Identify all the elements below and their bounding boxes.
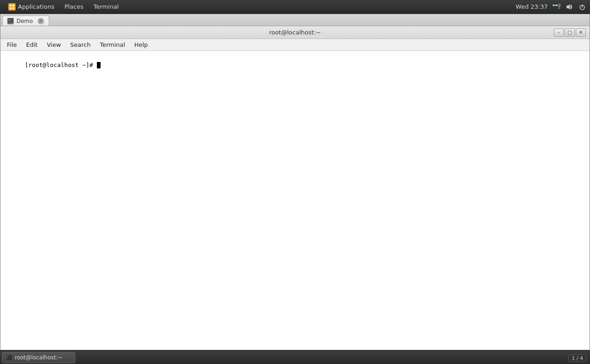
terminal-prompt-line: [root@localhost ~]# <box>3 53 587 78</box>
datetime-display: Wed 23:37 <box>516 3 548 10</box>
menu-search[interactable]: Search <box>66 40 96 50</box>
menu-bar: File Edit View Search Terminal Help <box>0 39 590 51</box>
svg-rect-16 <box>8 20 10 21</box>
tab-label: Demo <box>17 18 33 24</box>
places-label: Places <box>64 3 83 10</box>
tab-icon <box>7 18 14 24</box>
menu-edit[interactable]: Edit <box>22 40 42 50</box>
tab-bar: Demo ✕ <box>0 14 590 26</box>
menu-file[interactable]: File <box>2 40 22 50</box>
panel-left: Applications Places Terminal <box>4 2 124 12</box>
taskbar: root@localhost:~ 1 / 4 <box>0 350 590 364</box>
tab-close-button[interactable]: ✕ <box>38 18 44 24</box>
menu-help[interactable]: Help <box>129 40 152 50</box>
applications-label: Applications <box>18 3 54 10</box>
terminal-prompt: [root@localhost ~]# <box>25 62 97 68</box>
network-icon[interactable] <box>552 3 561 11</box>
svg-marker-11 <box>567 4 570 10</box>
terminal-menu[interactable]: Terminal <box>89 2 124 11</box>
close-button[interactable]: ✕ <box>576 28 586 37</box>
menu-terminal[interactable]: Terminal <box>95 40 129 50</box>
taskbar-item-label: root@localhost:~ <box>15 354 62 361</box>
menu-view[interactable]: View <box>42 40 66 50</box>
svg-rect-19 <box>7 357 8 357</box>
svg-rect-8 <box>559 5 560 6</box>
svg-rect-17 <box>6 355 12 360</box>
volume-icon[interactable] <box>565 3 573 11</box>
taskbar-terminal-item[interactable]: root@localhost:~ <box>2 352 75 363</box>
terminal-tab[interactable]: Demo ✕ <box>2 16 49 26</box>
maximize-button[interactable]: □ <box>565 28 575 37</box>
power-icon[interactable] <box>578 3 586 11</box>
taskbar-icon <box>6 354 12 361</box>
svg-rect-6 <box>554 5 556 6</box>
terminal-cursor <box>97 62 101 68</box>
title-bar: root@localhost:~ – □ ✕ <box>0 26 590 39</box>
terminal-window: Demo ✕ root@localhost:~ – □ ✕ File Edit … <box>0 14 590 350</box>
applications-icon <box>8 3 16 11</box>
svg-rect-15 <box>8 19 11 20</box>
svg-rect-2 <box>10 7 11 9</box>
applications-menu[interactable]: Applications <box>4 2 59 12</box>
terminal-body[interactable]: [root@localhost ~]# <box>0 51 590 350</box>
svg-rect-1 <box>12 5 14 6</box>
panel-right: Wed 23:37 <box>516 3 586 11</box>
title-bar-buttons: – □ ✕ <box>554 28 586 37</box>
svg-rect-0 <box>10 5 11 6</box>
terminal-label: Terminal <box>94 3 119 10</box>
system-panel: Applications Places Terminal Wed 23:37 <box>0 0 590 14</box>
window-title: root@localhost:~ <box>36 29 554 36</box>
svg-rect-18 <box>7 356 9 356</box>
places-menu[interactable]: Places <box>60 2 88 11</box>
svg-rect-3 <box>12 7 14 9</box>
minimize-button[interactable]: – <box>554 28 564 37</box>
svg-rect-5 <box>556 5 557 6</box>
taskbar-pager: 1 / 4 <box>568 354 586 362</box>
